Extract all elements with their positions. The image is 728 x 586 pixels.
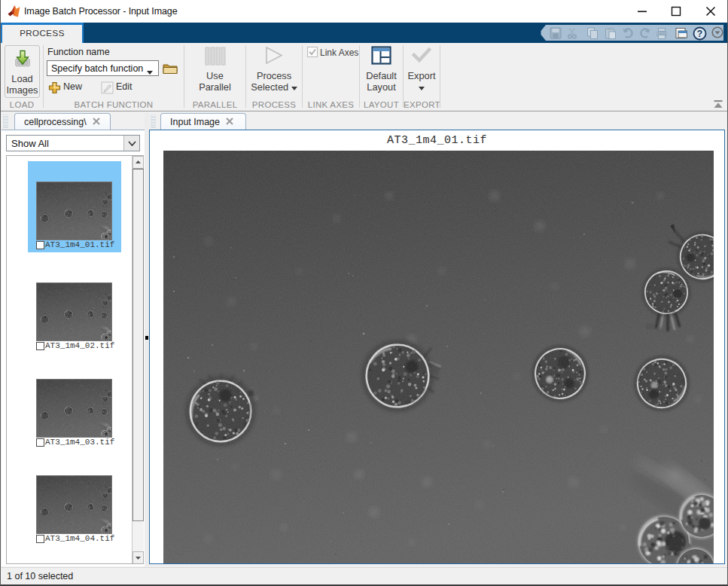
svg-text:?: ? [697,29,702,39]
